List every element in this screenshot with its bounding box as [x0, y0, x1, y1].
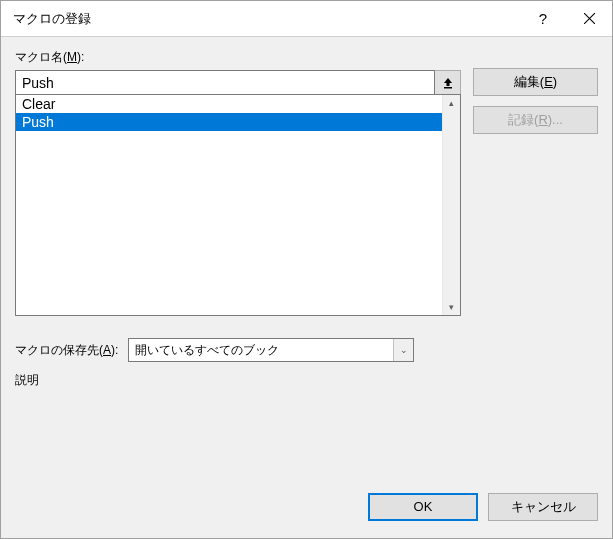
- close-icon: [584, 13, 595, 24]
- macro-list[interactable]: Clear Push: [16, 95, 442, 315]
- close-button[interactable]: [566, 1, 612, 37]
- macro-name-label: マクロ名(M):: [15, 49, 461, 66]
- description-label: 説明: [15, 372, 461, 389]
- right-column: 編集(E) 記録(R)...: [473, 49, 598, 488]
- scroll-down-icon[interactable]: ▾: [449, 302, 454, 312]
- collapse-icon: [442, 76, 454, 90]
- footer: OK キャンセル: [1, 488, 612, 538]
- save-location-select[interactable]: 開いているすべてのブック ⌄: [128, 338, 414, 362]
- svg-rect-2: [444, 87, 452, 89]
- list-item[interactable]: Push: [16, 113, 442, 131]
- macro-name-row: [15, 70, 461, 95]
- edit-button[interactable]: 編集(E): [473, 68, 598, 96]
- assign-macro-dialog: マクロの登録 ? マクロ名(M): Clear: [0, 0, 613, 539]
- save-location-row: マクロの保存先(A): 開いているすべてのブック ⌄: [15, 338, 461, 362]
- scroll-up-icon[interactable]: ▴: [449, 98, 454, 108]
- help-button[interactable]: ?: [520, 1, 566, 37]
- chevron-down-icon: ⌄: [393, 339, 413, 361]
- dialog-title: マクロの登録: [13, 10, 520, 28]
- save-location-value: 開いているすべてのブック: [129, 342, 393, 359]
- save-location-label: マクロの保存先(A):: [15, 342, 118, 359]
- record-button[interactable]: 記録(R)...: [473, 106, 598, 134]
- scrollbar[interactable]: ▴ ▾: [442, 95, 460, 315]
- cancel-button[interactable]: キャンセル: [488, 493, 598, 521]
- titlebar: マクロの登録 ?: [1, 1, 612, 37]
- left-column: マクロ名(M): Clear Push ▴ ▾: [15, 49, 461, 488]
- list-item[interactable]: Clear: [16, 95, 442, 113]
- ok-button[interactable]: OK: [368, 493, 478, 521]
- content-area: マクロ名(M): Clear Push ▴ ▾: [1, 37, 612, 488]
- macro-name-input[interactable]: [15, 70, 435, 95]
- reference-button[interactable]: [435, 70, 461, 95]
- macro-list-container: Clear Push ▴ ▾: [15, 94, 461, 316]
